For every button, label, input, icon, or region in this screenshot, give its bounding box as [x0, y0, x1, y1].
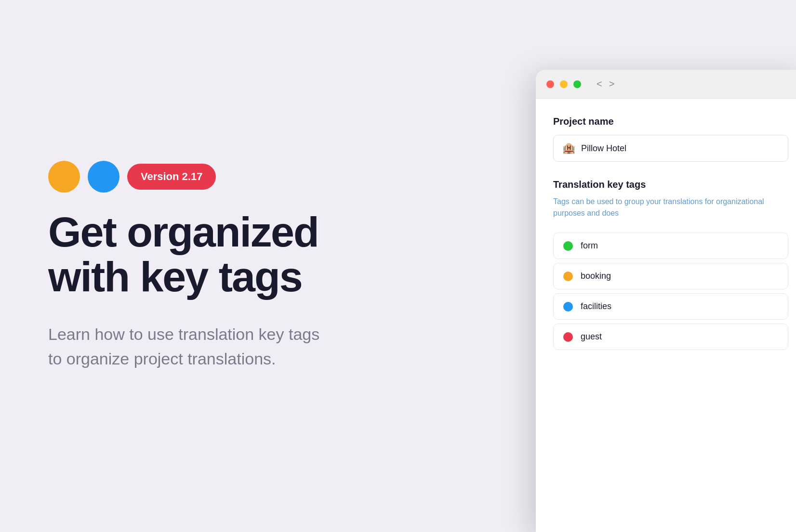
traffic-light-green[interactable]	[573, 80, 581, 88]
tag-name-guest: guest	[581, 332, 602, 342]
description-text: Tags can be used to group your translati…	[553, 196, 788, 219]
tag-item-form[interactable]: form	[553, 233, 788, 259]
version-badge: Version 2.17	[127, 164, 216, 190]
back-button[interactable]: <	[597, 78, 602, 90]
tag-dot-form	[563, 241, 573, 251]
project-emoji: 🏨	[562, 142, 575, 155]
tag-dot-facilities	[563, 302, 573, 311]
tag-list: form booking facilities guest	[553, 233, 788, 350]
left-panel: Version 2.17 Get organized with key tags…	[0, 0, 536, 532]
tag-name-facilities: facilities	[581, 301, 611, 311]
tag-item-facilities[interactable]: facilities	[553, 293, 788, 320]
main-heading: Get organized with key tags	[48, 210, 497, 299]
translation-tags-label: Translation key tags	[553, 179, 788, 190]
tag-dot-guest	[563, 332, 573, 342]
traffic-light-red[interactable]	[546, 80, 554, 88]
browser-titlebar: < >	[536, 70, 796, 99]
orange-dot	[48, 161, 80, 193]
sub-heading: Learn how to use translation key tags to…	[48, 322, 376, 371]
tag-dot-booking	[563, 272, 573, 281]
project-name-field[interactable]: 🏨 Pillow Hotel	[553, 135, 788, 162]
forward-button[interactable]: >	[609, 78, 615, 90]
blue-dot	[88, 161, 119, 193]
traffic-light-yellow[interactable]	[560, 80, 568, 88]
tag-item-guest[interactable]: guest	[553, 324, 788, 350]
nav-arrows: < >	[597, 78, 614, 90]
tag-item-booking[interactable]: booking	[553, 263, 788, 289]
tag-name-form: form	[581, 241, 598, 251]
browser-window: < > Project name 🏨 Pillow Hotel Translat…	[536, 70, 796, 532]
decorators: Version 2.17	[48, 161, 497, 193]
tag-name-booking: booking	[581, 271, 611, 281]
browser-content: Project name 🏨 Pillow Hotel Translation …	[536, 99, 796, 532]
project-name-value: Pillow Hotel	[581, 143, 626, 154]
project-name-label: Project name	[553, 116, 788, 127]
